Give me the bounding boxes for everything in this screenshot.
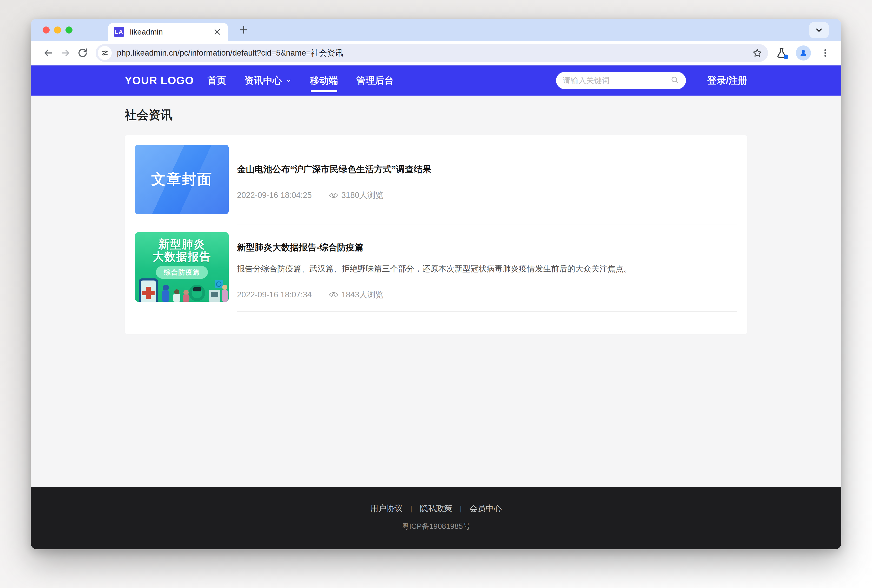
article-cover-image: 文章封面 [135, 145, 229, 214]
footer-separator: | [460, 505, 462, 513]
nav-item-admin[interactable]: 管理后台 [347, 66, 403, 96]
article-date: 2022-09-16 18:04:25 [237, 190, 312, 200]
main-menu: 首页 资讯中心 移动端 管理后台 [198, 66, 403, 96]
article-date: 2022-09-16 18:07:34 [237, 290, 312, 300]
browser-tab[interactable]: LA likeadmin [108, 23, 228, 41]
article-title: 金山电池公布“沪广深市民绿色生活方式”调查结果 [237, 164, 737, 175]
url-bar[interactable]: php.likeadmin.cn/pc/information/default?… [96, 44, 768, 62]
article-title: 新型肺炎大数据报告-综合防疫篇 [237, 242, 737, 254]
cover-badge: 综合防疫篇 [156, 266, 208, 279]
article-list-card: 文章封面 金山电池公布“沪广深市民绿色生活方式”调查结果 2022-09-16 … [125, 135, 747, 334]
row-divider [237, 311, 737, 312]
browser-toolbar: php.likeadmin.cn/pc/information/default?… [31, 41, 841, 66]
notification-dot [783, 54, 788, 59]
browser-menu-icon[interactable] [817, 45, 833, 61]
footer-link-user-agreement[interactable]: 用户协议 [370, 503, 402, 514]
site-navbar: YOUR LOGO 首页 资讯中心 移动端 管理后台 登录/注册 [31, 66, 841, 96]
tab-search-button[interactable] [809, 22, 829, 38]
page-title: 社会资讯 [125, 107, 747, 123]
footer-links: 用户协议 | 隐私政策 | 会员中心 [370, 503, 502, 514]
forward-button[interactable] [58, 46, 73, 60]
reload-button[interactable] [75, 46, 90, 60]
bookmark-star-icon[interactable] [750, 46, 764, 60]
article-row[interactable]: 新型肺炎 大数据报告 综合防疫篇 [135, 232, 737, 302]
site-footer: 用户协议 | 隐私政策 | 会员中心 粤ICP备19081985号 [31, 487, 841, 549]
article-views: 3180人浏览 [341, 190, 384, 201]
site-logo[interactable]: YOUR LOGO [125, 74, 194, 87]
views-eye-icon [329, 192, 338, 199]
footer-separator: | [410, 505, 412, 513]
login-register-link[interactable]: 登录/注册 [707, 74, 747, 87]
browser-window: LA likeadmin php.likeadmin.cn/pc/info [31, 19, 841, 549]
tab-close-icon[interactable] [212, 27, 222, 37]
close-window-button[interactable] [43, 27, 50, 33]
article-description: 报告分综合防疫篇、武汉篇、拒绝野味篇三个部分，还原本次新型冠状病毒肺炎疫情发生前… [237, 263, 737, 274]
search-box[interactable] [556, 72, 686, 89]
footer-link-member-center[interactable]: 会员中心 [470, 503, 502, 514]
cover-text: 文章封面 [151, 170, 213, 189]
site-settings-icon[interactable] [98, 46, 112, 60]
minimize-window-button[interactable] [54, 27, 61, 33]
nav-item-mobile[interactable]: 移动端 [301, 66, 347, 96]
chevron-down-icon [815, 26, 823, 34]
tab-strip: LA likeadmin [31, 19, 841, 41]
chevron-down-icon [285, 77, 292, 84]
views-eye-icon [329, 291, 338, 298]
profile-button[interactable] [795, 45, 812, 61]
cover-illustration [135, 277, 229, 302]
article-views: 1843人浏览 [341, 290, 384, 300]
zoom-window-button[interactable] [66, 27, 72, 33]
search-input[interactable] [563, 76, 670, 85]
footer-link-privacy-policy[interactable]: 隐私政策 [420, 503, 452, 514]
experiments-flask-icon[interactable] [773, 45, 790, 61]
tab-title: likeadmin [130, 27, 163, 36]
new-tab-button[interactable] [236, 22, 251, 37]
tab-favicon: LA [114, 27, 124, 37]
avatar [796, 45, 811, 60]
nav-item-home[interactable]: 首页 [198, 66, 236, 96]
page-content: 社会资讯 文章封面 金山电池公布“沪广深市民绿色生活方式”调查结果 2022-0… [31, 96, 841, 487]
nav-item-news-center[interactable]: 资讯中心 [236, 66, 301, 96]
search-icon[interactable] [670, 76, 679, 86]
article-cover-image: 新型肺炎 大数据报告 综合防疫篇 [135, 232, 229, 302]
url-text: php.likeadmin.cn/pc/information/default?… [117, 48, 343, 58]
icp-record-number: 粤ICP备19081985号 [402, 521, 470, 532]
back-button[interactable] [41, 46, 56, 60]
window-controls [43, 27, 72, 33]
cover-text-line1: 新型肺炎 [159, 238, 205, 250]
cover-text-line2: 大数据报告 [153, 250, 211, 263]
article-row[interactable]: 文章封面 金山电池公布“沪广深市民绿色生活方式”调查结果 2022-09-16 … [135, 145, 737, 214]
row-divider [237, 224, 737, 224]
